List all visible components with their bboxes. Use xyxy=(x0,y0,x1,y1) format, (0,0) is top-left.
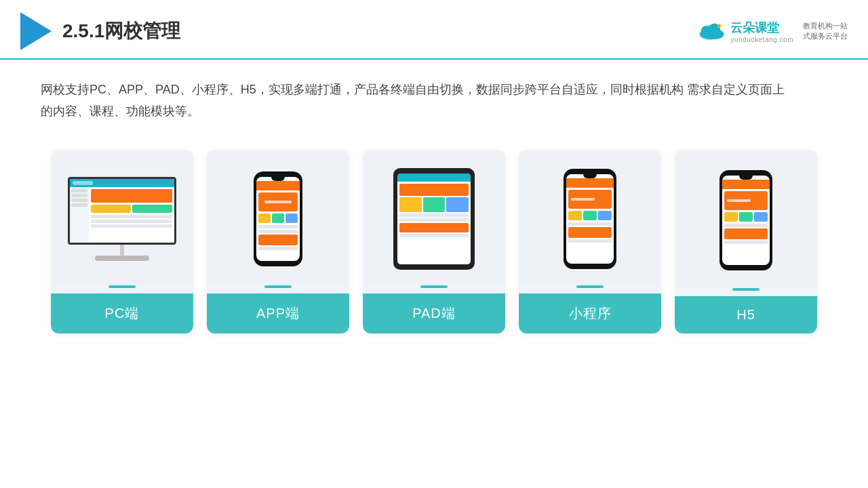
card-pc: PC端 xyxy=(51,150,193,333)
pc-monitor xyxy=(68,177,176,261)
card-h5-bar xyxy=(732,288,760,291)
brand-name: 云朵课堂 xyxy=(730,20,793,36)
miniapp-phone xyxy=(564,169,616,269)
cards-container: PC端 xyxy=(41,150,827,333)
app-phone xyxy=(254,171,302,266)
brand-text: 云朵课堂 yunduoketang.com xyxy=(730,20,793,43)
description-text: 网校支持PC、APP、PAD、小程序、H5，实现多端打通，产品各终端自由切换，数… xyxy=(41,79,787,123)
card-h5-label: H5 xyxy=(675,296,817,333)
header-left: 2.5.1网校管理 xyxy=(20,12,180,50)
card-miniapp: 小程序 xyxy=(519,150,661,333)
card-app: APP端 xyxy=(207,150,349,333)
page-header: 2.5.1网校管理 云朵课堂 yunduoketang.com 教 xyxy=(0,0,868,60)
card-app-bar xyxy=(264,285,292,288)
page-title: 2.5.1网校管理 xyxy=(62,18,180,44)
card-pad-label: PAD端 xyxy=(363,293,505,333)
pad-tablet xyxy=(393,168,475,270)
cloud-icon xyxy=(696,21,726,41)
card-pc-label: PC端 xyxy=(51,293,193,333)
card-app-image xyxy=(207,150,349,285)
card-miniapp-image xyxy=(519,150,661,285)
brand-slogan: 教育机构一站 式服务云平台 xyxy=(803,21,848,42)
card-pc-bar xyxy=(108,285,136,288)
card-h5-image xyxy=(675,150,817,288)
brand-logo: 云朵课堂 yunduoketang.com 教育机构一站 式服务云平台 xyxy=(696,20,848,43)
card-pad: PAD端 xyxy=(363,150,505,333)
card-miniapp-label: 小程序 xyxy=(519,293,661,333)
logo-triangle-icon xyxy=(20,12,52,50)
h5-phone xyxy=(719,170,772,270)
card-h5: H5 xyxy=(675,150,817,333)
card-miniapp-bar xyxy=(576,285,604,288)
header-right: 云朵课堂 yunduoketang.com 教育机构一站 式服务云平台 xyxy=(696,20,848,43)
card-app-label: APP端 xyxy=(207,293,349,333)
card-pc-image xyxy=(51,150,193,285)
card-pad-bar xyxy=(420,285,448,288)
main-content: 网校支持PC、APP、PAD、小程序、H5，实现多端打通，产品各终端自由切换，数… xyxy=(0,60,868,347)
card-pad-image xyxy=(363,150,505,285)
brand-url: yunduoketang.com xyxy=(730,36,793,43)
